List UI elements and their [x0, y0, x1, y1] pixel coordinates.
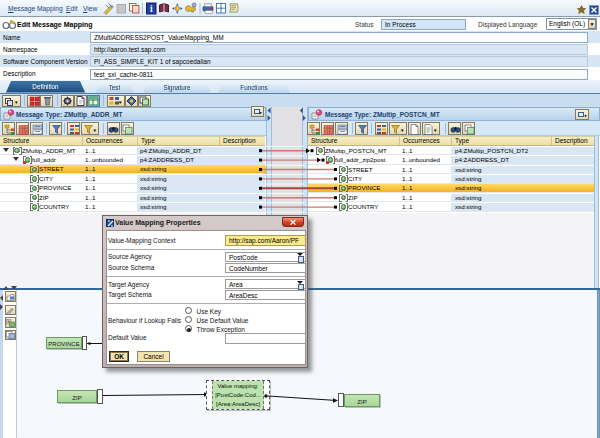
svg-text:i: i	[150, 4, 153, 14]
